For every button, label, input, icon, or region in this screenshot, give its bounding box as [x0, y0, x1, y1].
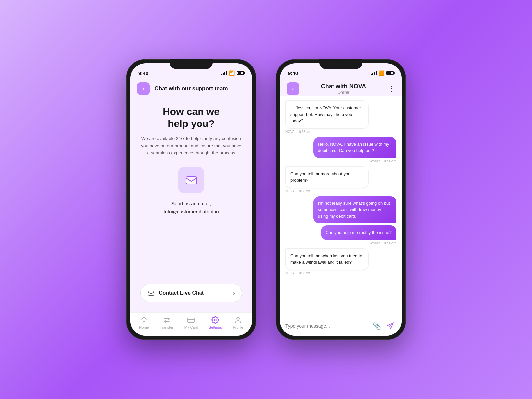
- user-text-2a: I'm not really sure what's going on but …: [318, 201, 390, 219]
- settings-icon: [211, 316, 219, 324]
- bot-bubble-2: Can you tell mr more about your problem?: [285, 166, 369, 188]
- chat-area[interactable]: Hi Jessica, I'm NOVA, Your customer supp…: [280, 96, 402, 316]
- message-input[interactable]: [285, 323, 369, 329]
- send-email-label: Send us an email;: [164, 200, 219, 208]
- svg-rect-0: [186, 177, 197, 184]
- back-button-1[interactable]: ‹: [137, 82, 150, 95]
- send-button[interactable]: [384, 320, 396, 332]
- nav-label-profile: Profile: [233, 325, 243, 329]
- nav-item-transfer[interactable]: Transfer: [160, 316, 173, 329]
- bot-text-2: Can you tell mr more about your problem?: [290, 171, 352, 183]
- user-bubble-1: Hello, NOVA. I have an issue with my deb…: [313, 137, 397, 158]
- contact-chat-label: Contact Live Chat: [159, 290, 204, 296]
- phones-container: 9:40 📶 ‹ Chat with our support team: [126, 59, 406, 340]
- nav-item-home[interactable]: Home: [139, 316, 149, 329]
- message-row-5: Can you tell me when last you tried to m…: [285, 248, 396, 275]
- user-bubble-2b: Can you help me rectify the issue?: [321, 225, 396, 240]
- user-text-2b: Can you help me rectify the issue?: [326, 230, 392, 235]
- send-arrow-icon: [387, 322, 394, 330]
- notch-1: [170, 59, 213, 69]
- bot-text-1: Hi Jessica, I'm NOVA, Your customer supp…: [290, 105, 361, 123]
- message-row-2: Hello, NOVA. I have an issue with my deb…: [285, 137, 396, 163]
- nav-item-settings[interactable]: Settings: [209, 316, 222, 329]
- signal-icon-1: [221, 71, 227, 75]
- phone-2: 9:40 📶 ‹ Chat with NOVA Online: [276, 59, 406, 340]
- message-row-1: Hi Jessica, I'm NOVA, Your customer supp…: [285, 100, 396, 134]
- user-bubble-group: I'm not really sure what's going on but …: [285, 196, 396, 240]
- online-status: Online: [338, 90, 349, 95]
- svg-point-4: [214, 319, 216, 321]
- phone2-header: ‹ Chat with NOVA Online ⋮: [280, 80, 402, 96]
- phone2-title: Chat with NOVA: [321, 83, 366, 90]
- home-icon: [140, 316, 148, 324]
- nav-item-profile[interactable]: Profile: [233, 316, 243, 329]
- svg-rect-3: [188, 318, 194, 322]
- more-options-button[interactable]: ⋮: [388, 84, 395, 93]
- nav-label-transfer: Transfer: [160, 325, 173, 329]
- status-icons-2: 📶: [371, 70, 394, 76]
- email-icon: [185, 173, 198, 187]
- phone1-screen: 9:40 📶 ‹ Chat with our support team: [130, 63, 252, 336]
- bot-text-3: Can you tell me when last you tried to m…: [290, 253, 362, 265]
- phone2-screen: 9:40 📶 ‹ Chat with NOVA Online: [280, 63, 402, 336]
- signal-icon-2: [371, 71, 377, 75]
- bot-meta-3: NOVA 10:35am: [285, 271, 310, 275]
- bot-meta-2: NOVA 10:35am: [285, 189, 310, 193]
- status-time-2: 9:40: [288, 70, 298, 76]
- phone2-header-center: Chat with NOVA Online: [299, 83, 388, 95]
- help-title: How can wehelp you?: [163, 106, 220, 130]
- phone-1: 9:40 📶 ‹ Chat with our support team: [126, 59, 256, 340]
- send-email-section: Send us an email; Info@customerchatbot.i…: [164, 200, 219, 216]
- svg-rect-2: [148, 291, 154, 295]
- phone1-header: ‹ Chat with our support team: [130, 80, 252, 99]
- chevron-right-icon: ›: [233, 290, 235, 297]
- bot-bubble-1: Hi Jessica, I'm NOVA, Your customer supp…: [285, 100, 369, 129]
- user-text-1: Hello, NOVA. I have an issue with my deb…: [318, 142, 389, 153]
- nav-label-settings: Settings: [209, 325, 222, 329]
- contact-live-chat-button[interactable]: Contact Live Chat ›: [140, 284, 242, 302]
- wifi-icon-1: 📶: [229, 70, 235, 76]
- email-icon-wrapper: [178, 167, 204, 193]
- notch-2: [319, 59, 362, 69]
- nav-item-mycard[interactable]: My Card: [184, 316, 198, 329]
- message-row-4: I'm not really sure what's going on but …: [285, 196, 396, 245]
- nav-label-home: Home: [139, 325, 149, 329]
- attachment-icon[interactable]: 📎: [373, 322, 381, 330]
- transfer-icon: [163, 316, 171, 324]
- email-address: Info@customerchatbot.io: [164, 208, 219, 216]
- wifi-icon-2: 📶: [379, 70, 384, 76]
- status-time-1: 9:40: [138, 70, 148, 76]
- chat-envelope-icon: [147, 289, 155, 297]
- profile-icon: [234, 316, 242, 324]
- battery-icon-1: [237, 71, 244, 75]
- message-row-3: Can you tell mr more about your problem?…: [285, 166, 396, 193]
- nav-label-mycard: My Card: [184, 325, 198, 329]
- bottom-nav: Home Transfer My Card: [130, 312, 252, 336]
- user-meta-1: Jessica 10:35am: [369, 159, 396, 163]
- user-bubble-2a: I'm not really sure what's going on but …: [313, 196, 397, 224]
- help-description: We are available 24/7 to help clarify an…: [140, 135, 242, 157]
- phone1-content: How can wehelp you? We are available 24/…: [130, 99, 252, 312]
- battery-icon-2: [386, 71, 394, 75]
- card-icon: [187, 316, 195, 324]
- user-meta-2: Jessica 10:35am: [369, 241, 396, 245]
- status-icons-1: 📶: [221, 70, 244, 76]
- back-button-2[interactable]: ‹: [287, 82, 299, 95]
- bot-bubble-3: Can you tell me when last you tried to m…: [285, 248, 369, 270]
- bot-meta-1: NOVA 10:35am: [285, 130, 310, 134]
- chat-input-area: 📎: [280, 316, 402, 336]
- contact-chat-btn-inner: Contact Live Chat: [147, 289, 204, 297]
- phone1-title: Chat with our support team: [150, 85, 233, 92]
- svg-point-5: [237, 317, 239, 320]
